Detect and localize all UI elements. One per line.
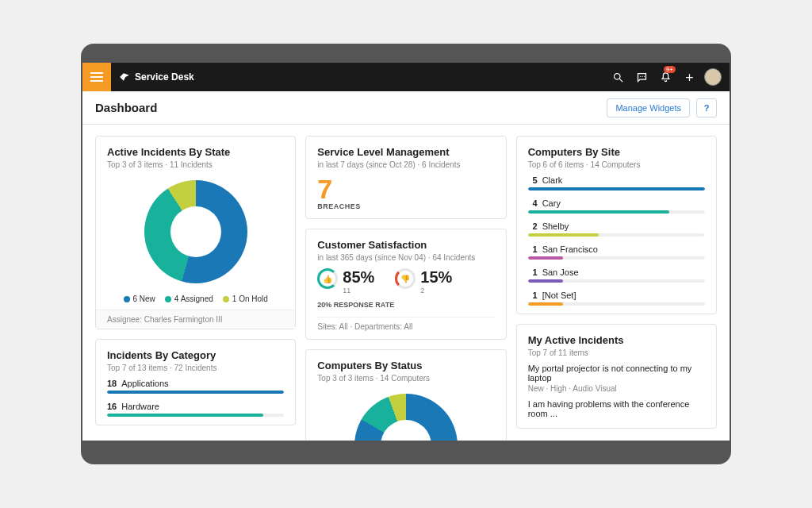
notifications-badge: 9+ (664, 66, 676, 73)
bar-track (528, 256, 705, 260)
bar-track (528, 302, 705, 306)
incident-item[interactable]: My portal projector is not connecting to… (528, 364, 705, 393)
add-button[interactable] (677, 63, 701, 91)
dashboard-grid: Active Incidents By State Top 3 of 3 ite… (82, 125, 730, 441)
bar-track (528, 233, 705, 237)
bar-track (528, 279, 705, 283)
donut-chart-wrap (317, 389, 494, 441)
bar-label: Applications (121, 379, 168, 388)
chat-button[interactable] (630, 63, 653, 91)
widget-sla[interactable]: Service Level Management in last 7 days … (305, 136, 506, 219)
widget-subtitle: in last 365 days (since Nov 04) · 64 Inc… (317, 253, 494, 262)
bar-count: 1 (528, 291, 538, 300)
search-button[interactable] (606, 63, 630, 91)
bar-track (528, 210, 705, 214)
legend-assigned: 4 Assigned (165, 294, 213, 303)
widget-my-active-incidents[interactable]: My Active Incidents Top 7 of 11 items My… (516, 324, 717, 429)
bar-list-sites: 5Clark4Cary2Shelby1San Francisco1San Jos… (528, 175, 705, 306)
bar-fill (528, 210, 670, 214)
incident-title: I am having problems with the conference… (528, 399, 705, 418)
widget-title: Active Incidents By State (107, 146, 284, 158)
page-title: Dashboard (95, 101, 157, 114)
laptop-frame: Service Desk 9+ Dashboard Manage Widgets… (81, 44, 731, 464)
widget-title: Incidents By Category (107, 349, 284, 361)
widget-title: Service Level Management (317, 146, 494, 158)
bar-fill (107, 391, 284, 394)
bar-label: Hardware (121, 402, 159, 411)
bar-count: 5 (528, 175, 538, 185)
bar-row[interactable]: 1San Jose (528, 267, 705, 283)
notifications-button[interactable]: 9+ (653, 63, 677, 91)
donut-chart-wrap (107, 175, 284, 287)
bar-count: 1 (528, 244, 538, 254)
widget-active-incidents-by-state[interactable]: Active Incidents By State Top 3 of 3 ite… (95, 136, 296, 329)
svg-point-0 (614, 73, 620, 79)
widget-subtitle: Top 7 of 11 items (528, 348, 705, 357)
bar-list-categories: 18Applications16Hardware (107, 379, 284, 417)
bar-track (528, 187, 705, 190)
legend: 6 New 4 Assigned 1 On Hold (107, 294, 284, 303)
app-name: Service Desk (135, 71, 194, 83)
satisfaction-row: 👍 85% 11 👎 15% 2 (317, 268, 494, 294)
bar-fill (528, 256, 564, 260)
bar-fill (107, 414, 263, 417)
bar-fill (528, 279, 564, 283)
bird-logo-icon (119, 71, 130, 83)
widget-incidents-by-category[interactable]: Incidents By Category Top 7 of 13 items … (95, 339, 296, 425)
svg-line-1 (619, 79, 622, 82)
incident-meta: New · High · Audio Visual (528, 384, 705, 393)
donut-chart (354, 394, 458, 441)
sla-breach-label: BREACHES (317, 202, 494, 210)
top-app-bar: Service Desk 9+ (82, 63, 730, 91)
bar-row[interactable]: 5Clark (528, 175, 705, 190)
bar-row[interactable]: 4Cary (528, 198, 705, 214)
svg-point-2 (640, 75, 641, 76)
widget-subtitle: in last 7 days (since Oct 28) · 6 Incide… (317, 160, 494, 169)
dashboard-column-3: Computers By Site Top 6 of 6 items · 14 … (516, 136, 717, 441)
widget-title: Computers By Status (317, 360, 494, 371)
app-brand: Service Desk (119, 71, 194, 83)
bar-row[interactable]: 1[Not Set] (528, 291, 705, 306)
widget-title: My Active Incidents (528, 334, 705, 346)
user-avatar[interactable] (704, 68, 722, 86)
bar-label: Shelby (542, 221, 569, 231)
widget-customer-satisfaction[interactable]: Customer Satisfaction in last 365 days (… (305, 229, 506, 340)
widget-footer: Assignee: Charles Farmington III (96, 310, 295, 329)
bar-track (107, 391, 284, 394)
response-rate: 20% RESPONSE RATE (317, 301, 494, 309)
bar-count: 2 (528, 221, 538, 231)
bar-count: 1 (528, 267, 538, 277)
manage-widgets-button[interactable]: Manage Widgets (607, 98, 690, 117)
widget-subtitle: Top 7 of 13 items · 72 Incidents (107, 364, 284, 372)
incident-item[interactable]: I am having problems with the conference… (528, 399, 705, 418)
help-button[interactable]: ? (696, 98, 717, 117)
csat-positive: 👍 85% 11 (317, 268, 374, 294)
bar-label: San Francisco (542, 244, 598, 254)
bar-label: Cary (542, 198, 561, 208)
incident-list: My portal projector is not connecting to… (528, 364, 705, 418)
widget-subtitle: Top 6 of 6 items · 14 Computers (528, 160, 705, 169)
dashboard-column-2: Service Level Management in last 7 days … (305, 136, 506, 441)
svg-point-4 (644, 75, 645, 76)
widget-computers-by-status[interactable]: Computers By Status Top 3 of 3 items · 1… (305, 349, 506, 441)
widget-computers-by-site[interactable]: Computers By Site Top 6 of 6 items · 14 … (516, 136, 717, 314)
csat-negative: 👎 15% 2 (395, 268, 452, 294)
bar-count: 4 (528, 198, 538, 208)
donut-chart (144, 180, 247, 283)
bar-row[interactable]: 16Hardware (107, 402, 284, 417)
csat-filters: Sites: All · Departments: All (317, 317, 494, 331)
bar-fill (528, 187, 705, 190)
thumbs-up-icon: 👍 (317, 268, 338, 289)
bar-row[interactable]: 1San Francisco (528, 244, 705, 260)
bar-count: 18 (107, 379, 117, 388)
widget-title: Computers By Site (528, 146, 705, 158)
bar-count: 16 (107, 402, 117, 411)
sla-breach-count: 7 (317, 175, 494, 202)
menu-button[interactable] (82, 63, 111, 91)
bar-row[interactable]: 18Applications (107, 379, 284, 394)
incident-title: My portal projector is not connecting to… (528, 364, 705, 383)
chat-icon (636, 71, 648, 83)
widget-subtitle: Top 3 of 3 items · 14 Computers (317, 374, 494, 383)
bar-label: [Not Set] (542, 291, 576, 300)
bar-row[interactable]: 2Shelby (528, 221, 705, 237)
